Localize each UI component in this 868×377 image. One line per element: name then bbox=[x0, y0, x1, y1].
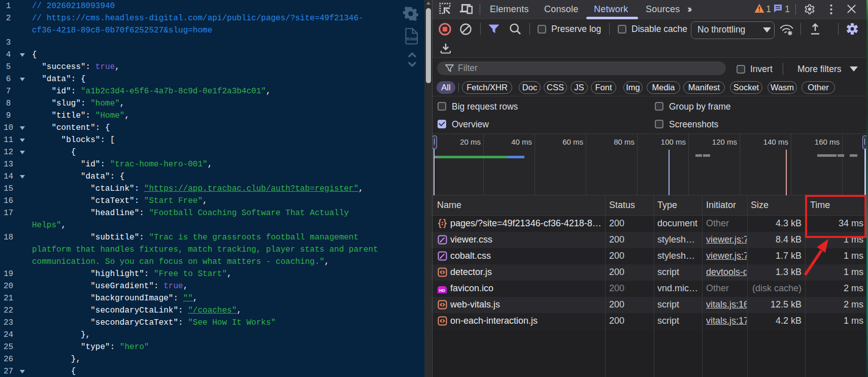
svg-text:RAW: RAW bbox=[407, 36, 418, 42]
